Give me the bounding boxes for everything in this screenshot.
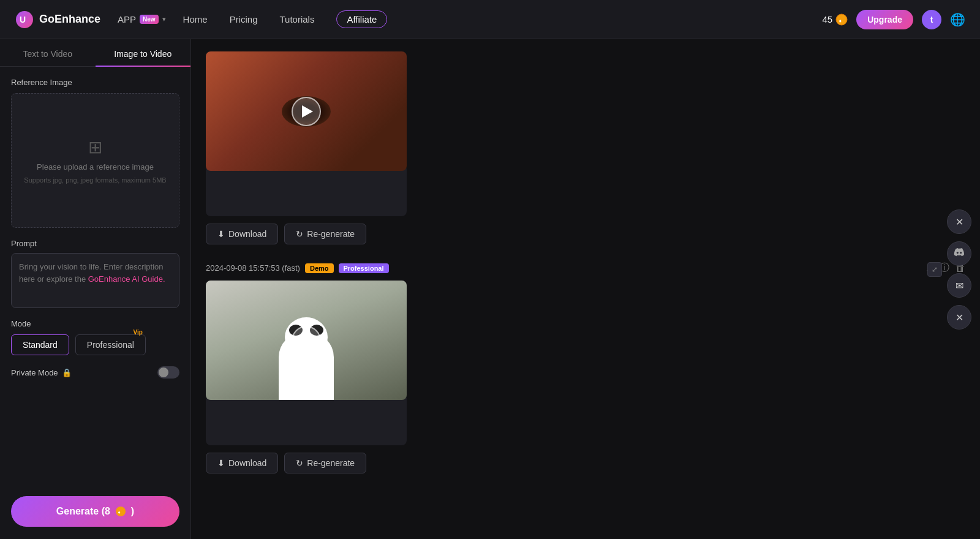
badge-professional: Professional <box>339 263 389 273</box>
download-icon-2: ⬇ <box>217 458 225 468</box>
main-layout: Text to Video Image to Video Reference I… <box>0 39 980 539</box>
discord-icon <box>954 247 965 260</box>
sidebar: Text to Video Image to Video Reference I… <box>0 39 191 539</box>
float-buttons: ✕ ✉ ✕ <box>947 209 971 330</box>
mode-standard-button[interactable]: Standard <box>11 334 69 355</box>
video-lower-area-1 <box>206 168 407 216</box>
nav-affiliate[interactable]: Affiliate <box>336 10 387 28</box>
header-right: 45 ♦ Upgrade t 🌐 <box>823 10 965 29</box>
play-button-2[interactable] <box>292 326 321 355</box>
play-button-1[interactable] <box>292 97 321 126</box>
nav-links: Home Pricing Tutorials Affiliate <box>183 10 823 28</box>
action-buttons-1: ⬇ Download ↻ Re-generate <box>206 224 965 244</box>
download-button-2[interactable]: ⬇ Download <box>206 453 278 473</box>
guide-link[interactable]: GoEnhance AI Guide. <box>88 274 165 284</box>
coin-icon: ♦ <box>835 13 848 26</box>
toggle-knob <box>159 368 168 377</box>
app-new-badge: New <box>140 15 159 24</box>
svg-text:♦: ♦ <box>118 510 120 515</box>
ref-image-label: Reference Image <box>11 78 179 87</box>
logo-icon: U <box>15 10 34 29</box>
credits-display: 45 ♦ <box>823 13 848 26</box>
upload-icon: ⊞ <box>88 137 102 157</box>
nav-tutorials[interactable]: Tutorials <box>279 14 314 24</box>
collapse-panel-button[interactable]: ⤢ <box>927 262 942 277</box>
video-preview-2 <box>206 281 407 400</box>
collapse-icon: ⤢ <box>932 265 938 274</box>
regenerate-button-1[interactable]: ↻ Re-generate <box>284 224 366 244</box>
vip-badge: Vip <box>133 329 142 336</box>
action-buttons-2: ⬇ Download ↻ Re-generate <box>206 453 965 473</box>
app-label: APP <box>118 14 136 24</box>
generate-button[interactable]: Generate (8 ♦ ) <box>11 496 179 527</box>
nav-home[interactable]: Home <box>183 14 208 24</box>
svg-text:♦: ♦ <box>839 17 842 23</box>
nav-pricing[interactable]: Pricing <box>230 14 258 24</box>
upload-text: Please upload a reference image <box>37 162 154 172</box>
logo-text: GoEnhance <box>39 13 100 26</box>
video-preview-1 <box>206 51 407 171</box>
prompt-label: Prompt <box>11 239 179 248</box>
float-discord-button[interactable] <box>947 241 971 266</box>
svg-point-4 <box>116 507 126 516</box>
app-dropdown[interactable]: APP New ▾ <box>118 14 166 24</box>
regen-icon-1: ↻ <box>296 229 303 239</box>
header: U GoEnhance APP New ▾ Home Pricing Tutor… <box>0 0 980 39</box>
float-close-button-2[interactable]: ✕ <box>947 305 971 330</box>
logo[interactable]: U GoEnhance <box>15 10 100 29</box>
mode-professional-button[interactable]: Vip Professional <box>75 334 146 355</box>
tab-text-to-video[interactable]: Text to Video <box>0 39 96 66</box>
video-lower-area-2 <box>206 398 407 445</box>
regen-icon-2: ↻ <box>296 458 303 468</box>
float-mail-button[interactable]: ✉ <box>947 273 971 298</box>
regenerate-button-2[interactable]: ↻ Re-generate <box>284 453 366 473</box>
mode-label: Mode <box>11 319 179 328</box>
float-close-button-1[interactable]: ✕ <box>947 209 971 234</box>
tab-image-to-video[interactable]: Image to Video <box>96 39 191 66</box>
sidebar-content: Reference Image ⊞ Please upload a refere… <box>0 67 190 496</box>
upgrade-button[interactable]: Upgrade <box>856 10 913 29</box>
tab-bar: Text to Video Image to Video <box>0 39 190 67</box>
play-triangle-icon <box>302 105 313 118</box>
chevron-down-icon: ▾ <box>162 15 166 23</box>
video-card-2-meta: 2024-09-08 15:57:53 (fast) Demo Professi… <box>206 262 965 274</box>
upload-subtext: Supports jpg, png, jpeg formats, maximum… <box>24 176 166 184</box>
mode-buttons: Standard Vip Professional <box>11 334 179 355</box>
badge-demo: Demo <box>305 263 334 273</box>
credits-value: 45 <box>823 14 833 24</box>
private-mode-row: Private Mode 🔒 <box>11 366 179 379</box>
download-button-1[interactable]: ⬇ Download <box>206 224 278 244</box>
download-icon-1: ⬇ <box>217 229 225 239</box>
private-mode-toggle[interactable] <box>157 366 179 379</box>
prompt-input[interactable]: Bring your vision to life. Enter descrip… <box>11 253 179 308</box>
svg-text:U: U <box>20 15 26 24</box>
reference-image-upload[interactable]: ⊞ Please upload a reference image Suppor… <box>11 93 179 228</box>
credits-icon-inline: ♦ <box>115 506 126 517</box>
private-mode-label: Private Mode 🔒 <box>11 368 72 377</box>
mail-icon: ✉ <box>956 280 963 292</box>
content-area: ⬇ Download ↻ Re-generate 2024-09-08 15:5… <box>191 39 980 539</box>
play-triangle-icon-2 <box>302 334 313 347</box>
meta-time-2: 2024-09-08 15:57:53 (fast) <box>206 263 300 273</box>
video-card-2: 2024-09-08 15:57:53 (fast) Demo Professi… <box>206 262 965 473</box>
video-card-1: ⬇ Download ↻ Re-generate <box>206 51 965 244</box>
avatar[interactable]: t <box>922 10 941 29</box>
globe-icon[interactable]: 🌐 <box>950 12 965 27</box>
